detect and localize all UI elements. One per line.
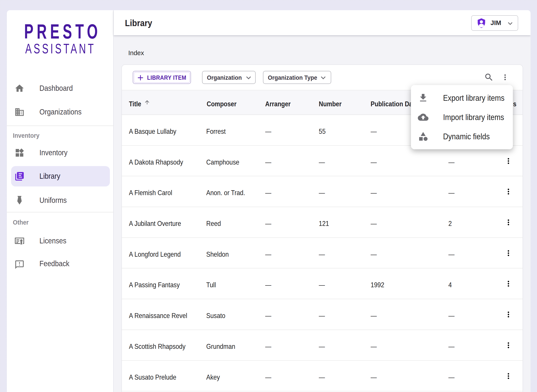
svg-text:ASSISTANT: ASSISTANT: [25, 41, 96, 56]
svg-text:PRESTO: PRESTO: [24, 21, 99, 43]
